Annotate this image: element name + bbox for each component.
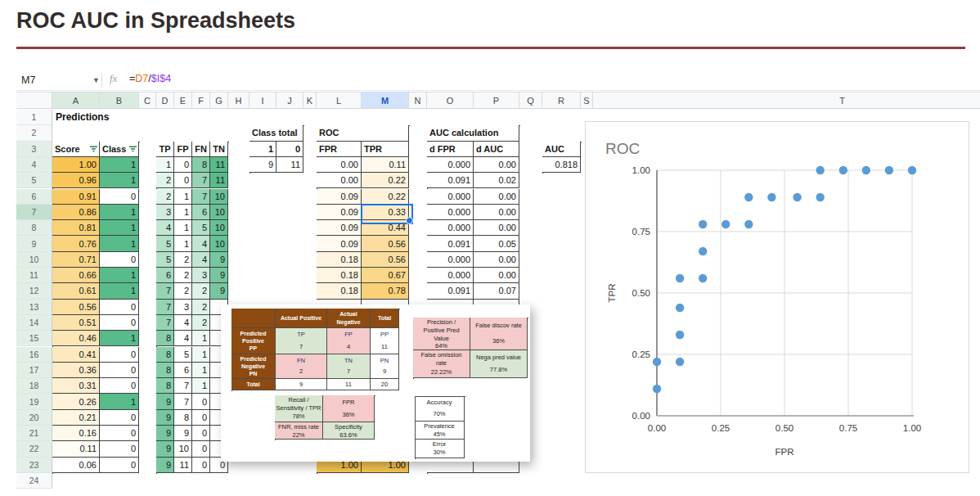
class-column-header[interactable]: Class <box>100 142 139 157</box>
cell[interactable]: 0.21 <box>52 410 100 426</box>
cell[interactable]: 9 <box>156 426 174 441</box>
cell[interactable]: 8 <box>156 331 174 346</box>
cell[interactable]: 1 <box>156 157 174 173</box>
cell[interactable]: 0.02 <box>474 173 519 188</box>
row-header-23[interactable]: 23 <box>16 458 52 473</box>
cell[interactable]: 1 <box>100 236 139 251</box>
row-header-21[interactable]: 21 <box>16 426 52 441</box>
class-total-header[interactable]: 0 <box>276 142 303 157</box>
column-header-E[interactable]: E <box>174 92 192 109</box>
cell[interactable]: 1 <box>174 220 192 236</box>
cell[interactable]: 0 <box>100 458 139 473</box>
cell[interactable]: 7 <box>192 173 210 188</box>
cell[interactable]: 0 <box>100 363 139 378</box>
cell[interactable]: 10 <box>174 441 192 457</box>
cell[interactable]: 0 <box>174 173 192 188</box>
cell[interactable]: 10 <box>210 189 228 205</box>
cell[interactable]: 3 <box>192 268 210 283</box>
filter-icon[interactable] <box>90 146 97 152</box>
formula-input[interactable]: =D7/$I$4 <box>129 73 171 84</box>
score-column-header[interactable]: Score <box>52 142 100 157</box>
cell[interactable]: 7 <box>174 378 192 394</box>
cell[interactable]: 0.000 <box>427 268 474 283</box>
cell[interactable]: 7 <box>156 283 174 299</box>
counts-header[interactable]: TN <box>210 142 228 157</box>
cell[interactable]: 0 <box>100 300 139 315</box>
cell[interactable]: 0.091 <box>427 236 474 251</box>
cell[interactable]: 0.00 <box>474 220 519 236</box>
cell[interactable]: 0 <box>192 441 210 457</box>
auc-value[interactable]: 0.818 <box>542 157 581 173</box>
cell[interactable]: 1 <box>100 268 139 283</box>
row-header-6[interactable]: 6 <box>16 189 52 205</box>
cell[interactable]: 0 <box>100 426 139 441</box>
column-header-Q[interactable]: Q <box>519 92 542 109</box>
cell[interactable]: 0.09 <box>317 205 362 220</box>
cell[interactable]: 9 <box>156 458 174 473</box>
row-header-9[interactable]: 9 <box>16 236 52 251</box>
cell[interactable]: 7 <box>192 189 210 205</box>
row-header-3[interactable]: 3 <box>16 142 52 157</box>
row-header-15[interactable]: 15 <box>16 331 52 346</box>
column-header-C[interactable]: C <box>139 92 156 109</box>
auc-calc-table-header[interactable]: d FPR <box>427 142 474 157</box>
row-header-4[interactable]: 4 <box>16 157 52 173</box>
cell[interactable]: 4 <box>192 252 210 268</box>
cell[interactable]: 8 <box>156 363 174 378</box>
row-header-5[interactable]: 5 <box>16 173 52 188</box>
cell[interactable]: 0 <box>174 157 192 173</box>
cell[interactable]: 0 <box>100 347 139 363</box>
column-header-J[interactable]: J <box>276 92 303 109</box>
name-box[interactable]: M7 ▼ <box>18 71 103 89</box>
grid-corner[interactable] <box>16 92 52 109</box>
row-header-11[interactable]: 11 <box>16 268 52 283</box>
cell[interactable]: 0.66 <box>52 268 100 283</box>
cell[interactable]: 0.18 <box>317 268 362 283</box>
cell[interactable]: 0.09 <box>317 220 362 236</box>
cell[interactable]: 0.00 <box>474 157 519 173</box>
cell[interactable]: 0.26 <box>52 394 100 409</box>
cell[interactable]: 2 <box>192 300 210 315</box>
row-header-8[interactable]: 8 <box>16 220 52 236</box>
cell[interactable]: 0.81 <box>52 220 100 236</box>
row-header-22[interactable]: 22 <box>16 441 52 457</box>
column-header-T[interactable]: T <box>593 92 980 109</box>
cell[interactable]: 0.51 <box>52 315 100 331</box>
cell[interactable]: 8 <box>156 347 174 363</box>
cell[interactable]: 10 <box>210 220 228 236</box>
row-header-14[interactable]: 14 <box>16 315 52 331</box>
cell[interactable]: 0.000 <box>427 205 474 220</box>
cell[interactable]: 3 <box>174 300 192 315</box>
cell[interactable]: 9 <box>156 441 174 457</box>
cell[interactable]: 8 <box>192 157 210 173</box>
cell[interactable]: 0.05 <box>474 236 519 251</box>
cell[interactable]: 0.00 <box>474 205 519 220</box>
cell[interactable]: 0.71 <box>52 252 100 268</box>
row-header-16[interactable]: 16 <box>16 347 52 363</box>
cell[interactable]: 5 <box>156 236 174 251</box>
cell[interactable]: 8 <box>174 410 192 426</box>
row-header-20[interactable]: 20 <box>16 410 52 426</box>
cell[interactable]: 0.41 <box>52 347 100 363</box>
cell[interactable]: 0.61 <box>52 283 100 299</box>
cell[interactable]: 0.78 <box>362 283 409 299</box>
cell[interactable]: 9 <box>156 410 174 426</box>
column-header-F[interactable]: F <box>192 92 210 109</box>
column-header-B[interactable]: B <box>100 92 139 109</box>
counts-header[interactable]: TP <box>156 142 174 157</box>
cell[interactable]: 2 <box>156 189 174 205</box>
cell[interactable]: 2 <box>174 252 192 268</box>
column-header-I[interactable]: I <box>249 92 276 109</box>
cell[interactable]: 0.76 <box>52 236 100 251</box>
cell[interactable]: 4 <box>174 331 192 346</box>
confusion-matrix-overlay[interactable]: Actual PositiveActual NegativeTotalPredi… <box>221 304 530 462</box>
cell[interactable]: 0.000 <box>427 157 474 173</box>
column-header-K[interactable]: K <box>303 92 317 109</box>
row-header-13[interactable]: 13 <box>16 300 52 315</box>
row-header-2[interactable]: 2 <box>16 125 52 141</box>
class-total-header[interactable]: 1 <box>249 142 276 157</box>
fill-handle[interactable] <box>406 217 413 224</box>
column-header-M[interactable]: M <box>362 92 409 109</box>
cell[interactable]: 0 <box>192 394 210 409</box>
cell[interactable]: 2 <box>174 283 192 299</box>
